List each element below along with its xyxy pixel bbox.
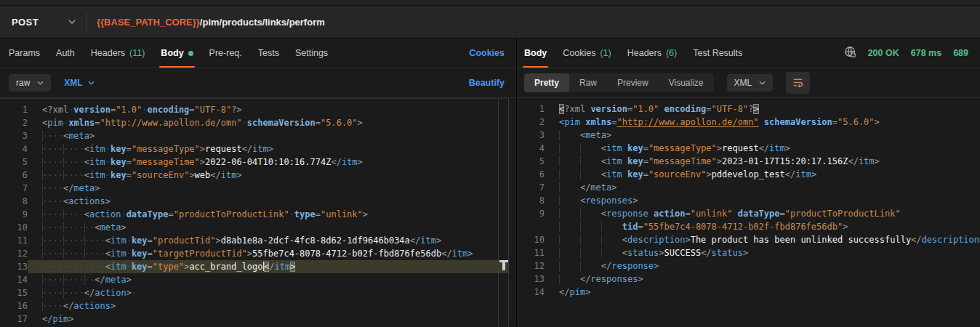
request-pane: Params Auth Headers(11) Body Pre-req. Te… xyxy=(0,39,517,326)
line-number: 11 xyxy=(0,234,28,247)
code-line: 14</pim> xyxy=(517,286,980,299)
code-line: 15········</action>· xyxy=(0,286,508,299)
code-line: 16····</actions> xyxy=(0,299,508,312)
line-number xyxy=(517,220,545,233)
view-tab-raw[interactable]: Raw xyxy=(569,73,607,92)
code-line: 2<pim·xmlns="http://www.apollon.de/omn"·… xyxy=(0,116,508,129)
cookies-count-badge: (1) xyxy=(600,48,611,58)
code-line: 9········<action·dataType="productToProd… xyxy=(0,208,508,221)
tab-response-body[interactable]: Body xyxy=(524,39,547,68)
line-number: 1 xyxy=(0,103,28,116)
line-number: 9 xyxy=(0,208,28,221)
code-line: tid="55fbe7c4-8078-4712-b02f-fbd876fe56d… xyxy=(517,220,980,233)
code-line: 3 <meta> xyxy=(517,129,980,142)
request-url-bar: POST {{BASE_PATH_CORE}}/pim/products/lin… xyxy=(0,6,980,39)
line-number: 13 xyxy=(517,272,545,286)
code-line: 7 </meta> xyxy=(517,181,980,194)
response-language-selector[interactable]: XML xyxy=(727,74,774,92)
line-number: 10 xyxy=(0,221,28,234)
tab-params[interactable]: Params xyxy=(9,39,40,68)
workspace-panes: Params Auth Headers(11) Body Pre-req. Te… xyxy=(0,39,980,326)
request-body-editor[interactable]: 1<?xml·version="1.0"·encoding="UTF-8"?>2… xyxy=(0,98,509,326)
line-number: 12 xyxy=(517,259,545,272)
chevron-down-icon xyxy=(37,81,44,85)
editor-scroll-annotation-strip[interactable] xyxy=(498,99,508,326)
code-line: 7····</meta> xyxy=(0,182,508,195)
line-number: 14 xyxy=(517,286,545,299)
tab-response-headers[interactable]: Headers(6) xyxy=(627,39,678,68)
chevron-down-icon xyxy=(68,20,76,24)
code-line: 11············<itm·key="productTid">d8ab… xyxy=(0,234,508,247)
beautify-button[interactable]: Beautify xyxy=(469,78,505,88)
code-line: 3····<meta> xyxy=(0,129,508,142)
response-view-switcher: Pretty Raw Preview Visualize xyxy=(524,73,714,92)
tab-pre-req[interactable]: Pre-req. xyxy=(209,39,242,68)
tab-auth[interactable]: Auth xyxy=(56,39,75,68)
url-input[interactable]: {{BASE_PATH_CORE}}/pim/products/links/pe… xyxy=(87,6,980,38)
line-number: 17 xyxy=(0,312,28,326)
code-line: 2<pim xmlns="http://www.apollon.de/omn" … xyxy=(517,116,980,129)
response-time-badge[interactable]: 678 ms xyxy=(911,48,941,58)
body-type-selector[interactable]: raw xyxy=(9,74,51,92)
request-tabs: Params Auth Headers(11) Body Pre-req. Te… xyxy=(0,39,516,68)
tab-headers[interactable]: Headers(11) xyxy=(91,39,145,68)
tab-response-cookies[interactable]: Cookies(1) xyxy=(563,39,611,68)
request-xml-code: 1<?xml·version="1.0"·encoding="UTF-8"?>2… xyxy=(0,103,508,326)
line-number: 6 xyxy=(517,168,545,181)
code-line: 10 <description>The product has been unl… xyxy=(517,233,980,246)
code-line: 9 <response action="unlink" dataType="pr… xyxy=(517,207,980,220)
line-number: 1 xyxy=(517,102,545,116)
body-type-row: raw XML Beautify xyxy=(0,68,516,97)
response-body-viewer[interactable]: 1<?xml version="1.0" encoding="UTF-8"?>2… xyxy=(517,98,980,326)
code-line: 17</pim> xyxy=(0,312,508,326)
code-line: 12 </response> xyxy=(517,259,980,272)
method-selector[interactable]: POST xyxy=(0,6,86,38)
cookies-link[interactable]: Cookies xyxy=(469,48,505,58)
line-number: 4 xyxy=(0,142,28,156)
view-tab-visualize[interactable]: Visualize xyxy=(659,73,714,92)
tab-body[interactable]: Body xyxy=(161,39,193,68)
body-indicator-dot-icon xyxy=(188,51,193,56)
line-number: 2 xyxy=(0,116,28,129)
line-number: 5 xyxy=(517,155,545,168)
code-line: 10··········<meta> xyxy=(0,221,508,234)
cursor-position-marker xyxy=(499,260,508,270)
line-number: 9 xyxy=(517,207,545,220)
code-line: 5 <itm key="messageTime">2023-01-17T15:2… xyxy=(517,155,980,168)
text-wrap-icon xyxy=(792,76,804,90)
request-language-selector[interactable]: XML xyxy=(64,78,94,88)
response-status-cluster: 200 OK 678 ms 689 xyxy=(844,46,968,60)
line-number: 8 xyxy=(0,195,28,208)
line-number: 4 xyxy=(517,142,545,155)
response-xml-code: 1<?xml version="1.0" encoding="UTF-8"?>2… xyxy=(517,102,980,299)
line-number: 16 xyxy=(0,299,28,312)
response-headers-count-badge: (6) xyxy=(666,48,677,58)
code-line: 8 <responses> xyxy=(517,194,980,207)
view-tab-pretty[interactable]: Pretty xyxy=(524,73,569,92)
line-number: 15 xyxy=(0,286,28,299)
status-code-badge[interactable]: 200 OK xyxy=(868,48,899,58)
tab-test-results[interactable]: Test Results xyxy=(693,39,742,68)
line-number: 14 xyxy=(0,273,28,286)
line-number: 12 xyxy=(0,247,28,260)
chevron-down-icon xyxy=(759,81,766,85)
response-view-row: Pretty Raw Preview Visualize XML xyxy=(517,68,980,97)
url-environment-variable: {{BASE_PATH_CORE}} xyxy=(97,17,200,28)
line-number: 3 xyxy=(517,129,545,142)
tab-settings[interactable]: Settings xyxy=(295,39,328,68)
line-number: 11 xyxy=(517,246,545,259)
tab-tests[interactable]: Tests xyxy=(258,39,279,68)
response-pane: Body Cookies(1) Headers(6) Test Results … xyxy=(517,39,980,326)
globe-lock-icon[interactable] xyxy=(844,46,856,60)
line-number: 6 xyxy=(0,169,28,182)
line-number: 8 xyxy=(517,194,545,207)
view-tab-preview[interactable]: Preview xyxy=(607,73,659,92)
wrap-lines-button[interactable] xyxy=(786,72,810,94)
response-size-badge[interactable]: 689 xyxy=(953,48,968,58)
line-number: 13 xyxy=(0,260,28,273)
code-line: 4 <itm key="messageType">request</itm> xyxy=(517,142,980,155)
code-line: 14··········</meta> xyxy=(0,273,508,286)
response-tabs: Body Cookies(1) Headers(6) Test Results … xyxy=(517,39,980,68)
line-number: 2 xyxy=(517,116,545,129)
code-line: 6········<itm·key="sourceEnv">web</itm> xyxy=(0,169,508,182)
